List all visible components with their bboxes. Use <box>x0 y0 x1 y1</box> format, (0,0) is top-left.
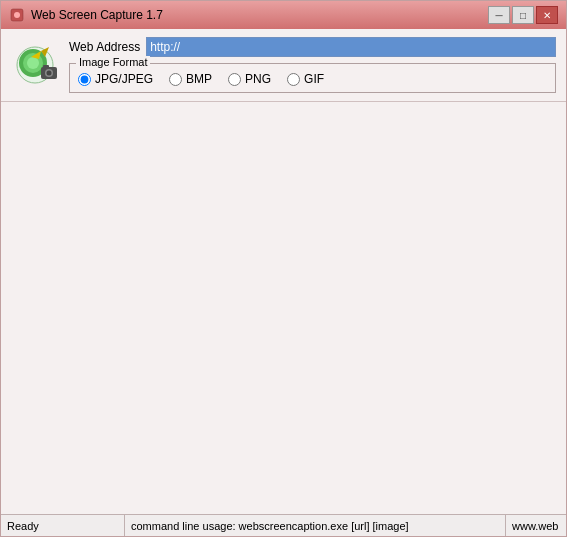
format-bmp[interactable]: BMP <box>169 72 212 86</box>
title-bar: Web Screen Capture 1.7 ─ □ ✕ <box>1 1 566 29</box>
status-ready: Ready <box>1 515 125 536</box>
main-window: Web Screen Capture 1.7 ─ □ ✕ <box>0 0 567 537</box>
format-gif-radio[interactable] <box>287 73 300 86</box>
status-command: command line usage: webscreencaption.exe… <box>125 515 506 536</box>
form-panel: Web Address Image Format JPG/JPEG BMP <box>1 29 566 102</box>
svg-rect-11 <box>43 65 49 69</box>
main-content <box>1 102 566 514</box>
format-jpg[interactable]: JPG/JPEG <box>78 72 153 86</box>
svg-point-10 <box>47 71 52 76</box>
svg-point-5 <box>27 57 39 69</box>
web-address-label: Web Address <box>69 40 140 54</box>
image-format-group: Image Format JPG/JPEG BMP PNG <box>69 63 556 93</box>
format-jpg-radio[interactable] <box>78 73 91 86</box>
restore-button[interactable]: □ <box>512 6 534 24</box>
svg-point-1 <box>14 12 20 18</box>
status-bar: Ready command line usage: webscreencapti… <box>1 514 566 536</box>
radio-group: JPG/JPEG BMP PNG GIF <box>78 72 547 86</box>
status-ready-text: Ready <box>7 520 39 532</box>
window-title: Web Screen Capture 1.7 <box>31 8 163 22</box>
form-fields: Web Address Image Format JPG/JPEG BMP <box>69 37 556 93</box>
title-bar-left: Web Screen Capture 1.7 <box>9 7 163 23</box>
format-png[interactable]: PNG <box>228 72 271 86</box>
format-png-label: PNG <box>245 72 271 86</box>
format-gif[interactable]: GIF <box>287 72 324 86</box>
status-url: www.web <box>506 515 566 536</box>
app-title-icon <box>9 7 25 23</box>
image-format-legend: Image Format <box>76 56 150 68</box>
status-url-text: www.web <box>512 520 558 532</box>
app-icon <box>11 37 59 85</box>
format-gif-label: GIF <box>304 72 324 86</box>
format-bmp-label: BMP <box>186 72 212 86</box>
close-button[interactable]: ✕ <box>536 6 558 24</box>
web-address-input[interactable] <box>146 37 556 57</box>
format-png-radio[interactable] <box>228 73 241 86</box>
title-bar-controls: ─ □ ✕ <box>488 6 558 24</box>
minimize-button[interactable]: ─ <box>488 6 510 24</box>
content-area: Web Address Image Format JPG/JPEG BMP <box>1 29 566 514</box>
format-bmp-radio[interactable] <box>169 73 182 86</box>
format-jpg-label: JPG/JPEG <box>95 72 153 86</box>
status-command-text: command line usage: webscreencaption.exe… <box>131 520 409 532</box>
web-address-row: Web Address <box>69 37 556 57</box>
